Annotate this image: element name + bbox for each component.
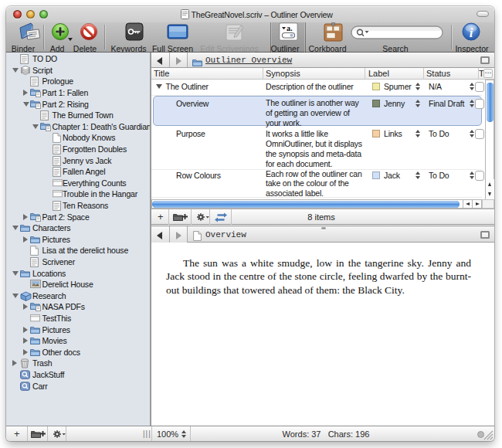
svg-text:i: i xyxy=(470,25,473,40)
svg-text:a.: a. xyxy=(287,24,293,32)
